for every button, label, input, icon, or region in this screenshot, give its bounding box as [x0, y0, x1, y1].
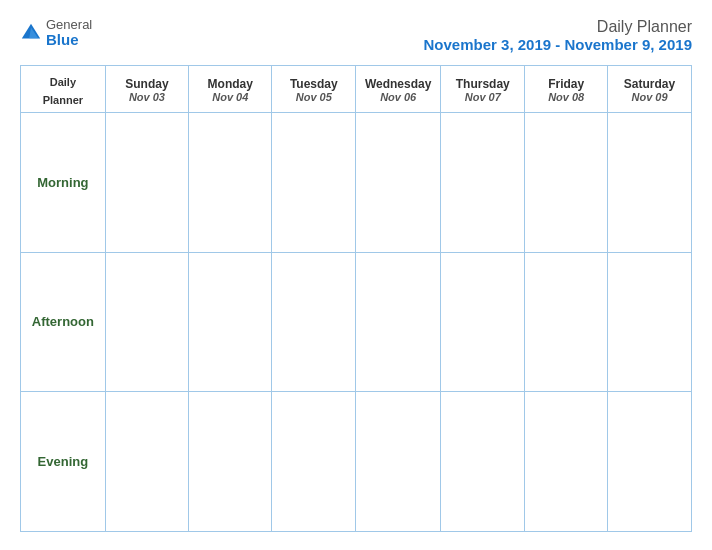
col-header-friday: Friday Nov 08: [525, 66, 608, 113]
logo: General Blue: [20, 18, 92, 49]
afternoon-friday[interactable]: [525, 252, 608, 392]
col-header-thursday: Thursday Nov 07: [441, 66, 525, 113]
evening-monday[interactable]: [189, 392, 272, 532]
evening-saturday[interactable]: [608, 392, 692, 532]
morning-friday[interactable]: [525, 113, 608, 253]
morning-sunday[interactable]: [105, 113, 188, 253]
afternoon-saturday[interactable]: [608, 252, 692, 392]
morning-monday[interactable]: [189, 113, 272, 253]
col-header-tuesday: Tuesday Nov 05: [272, 66, 356, 113]
afternoon-wednesday[interactable]: [356, 252, 441, 392]
logo-blue: Blue: [46, 32, 92, 49]
col-header-sunday: Sunday Nov 03: [105, 66, 188, 113]
logo-text: General Blue: [46, 18, 92, 49]
morning-tuesday[interactable]: [272, 113, 356, 253]
morning-label: Morning: [21, 113, 106, 253]
logo-general: General: [46, 18, 92, 32]
afternoon-label: Afternoon: [21, 252, 106, 392]
page-title: Daily Planner: [424, 18, 692, 36]
calendar-table: DailyPlanner Sunday Nov 03 Monday Nov 04…: [20, 65, 692, 532]
daily-planner-header: DailyPlanner: [21, 66, 106, 113]
afternoon-monday[interactable]: [189, 252, 272, 392]
evening-friday[interactable]: [525, 392, 608, 532]
evening-label: Evening: [21, 392, 106, 532]
table-row-evening: Evening: [21, 392, 692, 532]
title-block: Daily Planner November 3, 2019 - Novembe…: [424, 18, 692, 53]
afternoon-sunday[interactable]: [105, 252, 188, 392]
morning-saturday[interactable]: [608, 113, 692, 253]
table-row-morning: Morning: [21, 113, 692, 253]
evening-sunday[interactable]: [105, 392, 188, 532]
afternoon-tuesday[interactable]: [272, 252, 356, 392]
table-row-afternoon: Afternoon: [21, 252, 692, 392]
evening-wednesday[interactable]: [356, 392, 441, 532]
col-header-wednesday: Wednesday Nov 06: [356, 66, 441, 113]
afternoon-thursday[interactable]: [441, 252, 525, 392]
evening-tuesday[interactable]: [272, 392, 356, 532]
evening-thursday[interactable]: [441, 392, 525, 532]
date-range: November 3, 2019 - November 9, 2019: [424, 36, 692, 53]
col-header-monday: Monday Nov 04: [189, 66, 272, 113]
col-header-saturday: Saturday Nov 09: [608, 66, 692, 113]
morning-thursday[interactable]: [441, 113, 525, 253]
table-header-row: DailyPlanner Sunday Nov 03 Monday Nov 04…: [21, 66, 692, 113]
page-header: General Blue Daily Planner November 3, 2…: [20, 18, 692, 53]
general-blue-icon: [20, 22, 42, 44]
morning-wednesday[interactable]: [356, 113, 441, 253]
